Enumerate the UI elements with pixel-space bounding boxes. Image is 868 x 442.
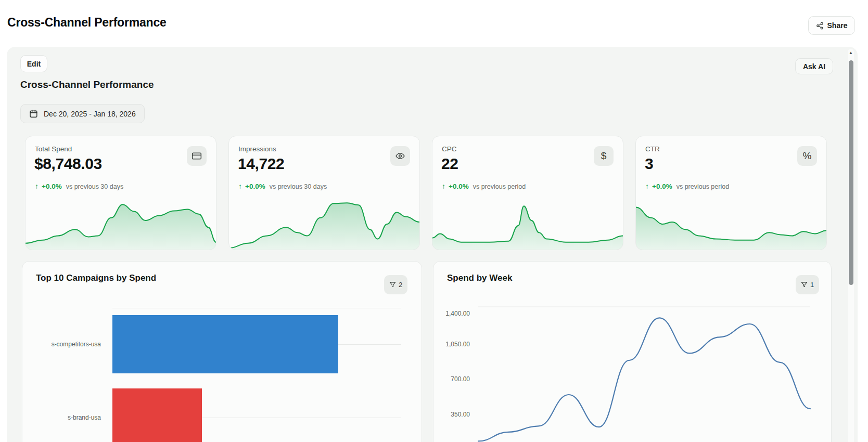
kpi-card-impressions: Impressions 14,722 ↑ +0.0% vs previous 3…	[228, 136, 420, 250]
ask-ai-button[interactable]: Ask AI	[795, 58, 833, 74]
panel-scrollbar[interactable]: ▲	[848, 49, 854, 442]
trend-up-icon: ↑	[645, 182, 649, 190]
trend-up-icon: ↑	[238, 182, 242, 190]
trend-up-icon: ↑	[442, 182, 445, 190]
kpi-delta-value: +0.0%	[449, 183, 469, 190]
kpi-value: 3	[645, 155, 653, 173]
line-chart-card: Spend by Week 1 1,400.00 1,050.00 700.00…	[433, 261, 832, 442]
eye-icon	[390, 146, 410, 166]
page-title: Cross-Channel Performance	[7, 16, 167, 30]
percent-icon: %	[797, 146, 817, 166]
date-range-picker[interactable]: Dec 20, 2025 - Jan 18, 2026	[20, 104, 145, 123]
kpi-card-ctr: CTR % 3 ↑ +0.0% vs previous period	[635, 136, 827, 250]
kpi-delta-row: ↑ +0.0% vs previous period	[442, 182, 526, 190]
calendar-icon	[29, 109, 38, 118]
kpi-delta-value: +0.0%	[42, 183, 62, 190]
kpi-compare-label: vs previous 30 days	[270, 183, 327, 190]
trend-up-icon: ↑	[35, 182, 39, 190]
kpi-delta-value: +0.0%	[652, 183, 672, 190]
scrollbar-up-arrow[interactable]: ▲	[848, 50, 854, 55]
kpi-label: CPC	[442, 145, 457, 153]
share-icon	[816, 22, 824, 30]
kpi-value: $8,748.03	[34, 155, 102, 173]
kpi-delta-row: ↑ +0.0% vs previous period	[645, 182, 729, 190]
kpi-sparkline	[636, 197, 826, 250]
page-header: Cross-Channel Performance	[7, 16, 167, 30]
kpi-compare-label: vs previous 30 days	[66, 183, 123, 190]
kpi-label: Impressions	[238, 145, 276, 153]
edit-button[interactable]: Edit	[20, 55, 47, 72]
kpi-compare-label: vs previous period	[676, 183, 729, 190]
dashboard-panel: Edit Ask AI Cross-Channel Performance De…	[7, 47, 858, 442]
kpi-delta-row: ↑ +0.0% vs previous 30 days	[238, 182, 327, 190]
share-button[interactable]: Share	[808, 16, 855, 35]
bar-s-brand-usa[interactable]	[112, 388, 202, 442]
bar-chart-card: Top 10 Campaigns by Spend 2 s-competitor…	[22, 261, 422, 442]
kpi-value: 14,722	[238, 155, 284, 173]
bar-chart-plot: s-competitors-usas-brand-usa	[22, 262, 422, 442]
share-button-label: Share	[827, 21, 848, 30]
bar-category-label: s-competitors-usa	[22, 341, 101, 348]
scrollbar-thumb[interactable]	[849, 60, 853, 285]
kpi-label: Total Spend	[35, 145, 72, 153]
kpi-compare-label: vs previous period	[473, 183, 526, 190]
bar-category-label: s-brand-usa	[22, 414, 101, 421]
kpi-delta-row: ↑ +0.0% vs previous 30 days	[35, 182, 123, 190]
bar-s-competitors-usa[interactable]	[112, 315, 338, 373]
bar-gridline	[112, 308, 401, 308]
kpi-sparkline	[25, 197, 216, 250]
kpi-card-cpc: CPC $ 22 ↑ +0.0% vs previous period	[432, 136, 623, 250]
kpi-label: CTR	[645, 145, 660, 153]
credit-card-icon	[187, 146, 207, 166]
kpi-sparkline	[229, 197, 419, 250]
kpi-value: 22	[441, 155, 458, 173]
spend-by-week-line	[433, 262, 832, 442]
dashboard-heading: Cross-Channel Performance	[20, 79, 154, 90]
date-range-label: Dec 20, 2025 - Jan 18, 2026	[44, 110, 136, 118]
kpi-delta-value: +0.0%	[245, 183, 265, 190]
kpi-card-total-spend: Total Spend $8,748.03 ↑ +0.0% vs previou…	[25, 136, 216, 250]
dollar-icon: $	[594, 146, 614, 166]
kpi-sparkline	[432, 197, 623, 250]
